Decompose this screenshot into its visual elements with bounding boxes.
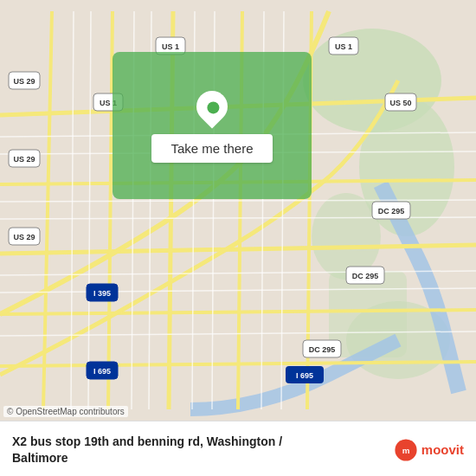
svg-text:US 1: US 1: [162, 42, 179, 51]
moovit-logo-icon: m: [394, 438, 418, 462]
map-attribution: © OpenStreetMap contributors: [3, 406, 128, 417]
svg-text:US 29: US 29: [13, 77, 35, 86]
destination-title: X2 bus stop 19th and benning rd, Washing…: [12, 434, 394, 465]
svg-text:DC 295: DC 295: [378, 207, 405, 215]
destination-line1: X2 bus stop 19th and benning rd, Washing…: [12, 434, 282, 448]
svg-text:I 695: I 695: [296, 371, 313, 380]
destination-line2: Baltimore: [12, 451, 68, 465]
svg-text:m: m: [402, 446, 409, 455]
moovit-brand-name: moovit: [421, 442, 464, 457]
info-bar: X2 bus stop 19th and benning rd, Washing…: [0, 421, 476, 476]
svg-text:DC 295: DC 295: [352, 272, 379, 280]
svg-text:US 1: US 1: [335, 42, 352, 51]
svg-text:US 50: US 50: [389, 99, 411, 107]
svg-text:DC 295: DC 295: [309, 345, 336, 354]
map-overlay-card: Take me there: [113, 52, 312, 199]
map-area: US 29 US 29 US 29 US 1 US 1 US 1 US 50 I…: [0, 0, 476, 421]
location-pin-icon: [195, 89, 229, 124]
moovit-logo: m moovit: [394, 438, 464, 462]
svg-text:US 29: US 29: [13, 155, 35, 164]
svg-text:I 395: I 395: [93, 289, 111, 298]
svg-text:US 29: US 29: [13, 233, 35, 241]
destination-info: X2 bus stop 19th and benning rd, Washing…: [12, 434, 394, 465]
take-me-there-button[interactable]: Take me there: [151, 134, 272, 163]
svg-text:I 695: I 695: [93, 367, 111, 376]
app-container: US 29 US 29 US 29 US 1 US 1 US 1 US 50 I…: [0, 0, 476, 476]
